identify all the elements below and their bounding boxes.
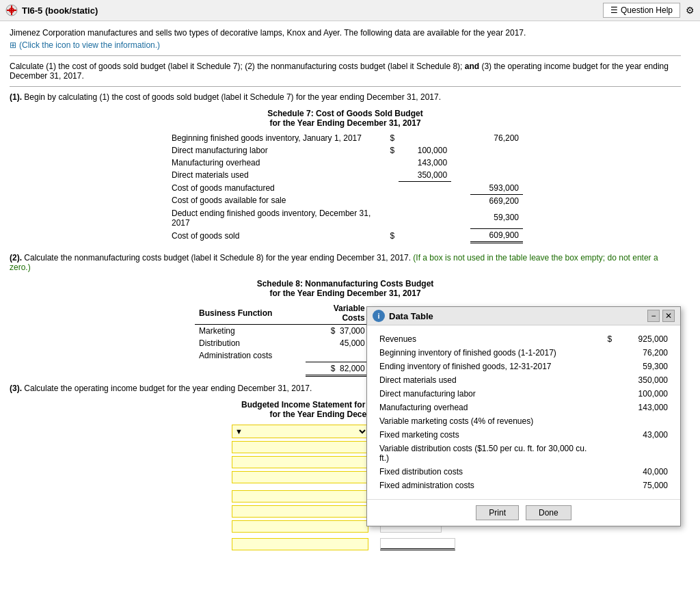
separator-1: [10, 55, 681, 56]
income-select-1[interactable]: ▼: [232, 425, 368, 438]
row-total: [470, 157, 523, 169]
data-table-modal: i Data Table − ✕ Revenues $ 925,000: [366, 306, 681, 526]
col-header-biz: Business Function: [195, 302, 306, 325]
dt-label: Direct materials used: [377, 373, 601, 387]
table-row: Direct materials used 350,000: [167, 169, 523, 182]
row-total: 593,000: [470, 182, 523, 195]
dt-label: Revenues: [377, 332, 601, 346]
dt-value: 40,000: [615, 465, 671, 479]
dt-dollar: [601, 479, 615, 492]
input-cell[interactable]: [229, 504, 377, 519]
row-amount1: [399, 194, 451, 207]
biz-cell: Administration costs: [195, 349, 306, 362]
dt-label: Variable marketing costs (4% of revenues…: [377, 414, 601, 428]
row-amount1: [399, 207, 451, 229]
biz-cell: Marketing: [195, 325, 306, 338]
dt-value: [615, 414, 671, 428]
part2-label: (2).: [10, 253, 22, 263]
row-total: 59,300: [470, 207, 523, 229]
row-dollar1: [379, 157, 399, 169]
var-cell: 45,000: [306, 337, 369, 349]
income-input-6[interactable]: [232, 505, 368, 518]
input-cell[interactable]: [229, 519, 377, 534]
row-label: Direct manufacturing labor: [167, 144, 379, 157]
input-cell[interactable]: [229, 440, 377, 455]
dt-label: Ending inventory of finished goods, 12-3…: [377, 360, 601, 373]
row-label: Beginning finished goods inventory, Janu…: [167, 132, 379, 144]
row-dollar2: [451, 144, 470, 157]
input-cell[interactable]: [229, 489, 377, 504]
part3-text: Calculate the operating income budget fo…: [24, 384, 312, 393]
input-cell[interactable]: [377, 537, 461, 552]
row-amount1: [399, 132, 451, 144]
modal-close-button[interactable]: ✕: [662, 310, 675, 322]
income-input-8[interactable]: [232, 538, 368, 550]
separator-2: [10, 86, 681, 87]
modal-minimize-button[interactable]: −: [647, 310, 660, 322]
schedule8-title-block: Schedule 8: Nonmanufacturing Costs Budge…: [10, 279, 681, 298]
var-cell: [306, 349, 369, 362]
schedule8-subtitle: for the Year Ending December 31, 2017: [10, 289, 681, 298]
question-help-button[interactable]: ☰ Question Help: [603, 3, 680, 18]
title-bar-left: TI6-5 (book/static): [5, 4, 98, 16]
row-dollar2: [451, 194, 470, 207]
row-dollar1: $: [379, 144, 399, 157]
table-row: Manufacturing overhead 143,000: [167, 157, 523, 169]
row-label: Manufacturing overhead: [167, 157, 379, 169]
modal-body: Revenues $ 925,000 Beginning inventory o…: [367, 325, 680, 499]
row-dollar1: $: [379, 229, 399, 243]
row-dollar1: [379, 169, 399, 182]
gear-icon[interactable]: ⚙: [686, 5, 695, 16]
row-dollar2: [451, 169, 470, 182]
income-input-2[interactable]: [232, 441, 368, 453]
table-row: Variable distribution costs ($1.50 per c…: [377, 442, 671, 465]
row-total: 609,900: [470, 229, 523, 243]
row-dollar2: [451, 157, 470, 169]
modal-controls[interactable]: − ✕: [647, 310, 675, 322]
row-label: Cost of goods manufactured: [167, 182, 379, 195]
modal-footer: Print Done: [367, 499, 680, 526]
input-cell[interactable]: [229, 455, 377, 470]
row-total: 76,200: [470, 132, 523, 144]
dt-value: 143,000: [615, 401, 671, 414]
modal-title: Data Table: [389, 311, 433, 321]
dt-dollar: $: [601, 332, 615, 346]
dt-value: 59,300: [615, 360, 671, 373]
table-row: Manufacturing overhead 143,000: [377, 401, 671, 414]
dt-dollar: [601, 387, 615, 401]
income-input-7[interactable]: [232, 520, 368, 533]
main-content: Jimenez Corporation manufactures and sel…: [0, 21, 690, 559]
row-dollar1: [379, 194, 399, 207]
income-input-5[interactable]: [232, 490, 368, 503]
click-icon-link[interactable]: ⊞ (Click the icon to view the informatio…: [10, 40, 681, 50]
income-input-3[interactable]: [232, 456, 368, 468]
row-dollar2: [451, 182, 470, 195]
row-amount1: [399, 182, 451, 195]
table-row: Fixed administration costs 75,000: [377, 479, 671, 492]
question-help-label: Question Help: [621, 5, 673, 15]
click-icon-text: (Click the icon to view the information.…: [19, 40, 160, 50]
table-row: Direct manufacturing labor $ 100,000: [167, 144, 523, 157]
and-text: and: [465, 62, 479, 71]
row-dollar1: [379, 207, 399, 229]
row-dollar2: [451, 132, 470, 144]
print-button[interactable]: Print: [476, 505, 519, 520]
table-row: Beginning inventory of finished goods (1…: [377, 346, 671, 360]
table-row: Cost of goods sold $ 609,900: [167, 229, 523, 243]
row-dollar2: [451, 229, 470, 243]
schedule8-title: Schedule 8: Nonmanufacturing Costs Budge…: [10, 279, 681, 289]
col-header-var: Variable Costs: [306, 302, 369, 325]
input-cell[interactable]: ▼: [229, 423, 377, 440]
income-input-4[interactable]: [232, 471, 368, 483]
done-button[interactable]: Done: [526, 505, 571, 520]
input-cell[interactable]: [229, 537, 377, 552]
input-cell[interactable]: [229, 470, 377, 485]
income-input-8b[interactable]: [380, 538, 455, 550]
title-bar: TI6-5 (book/static) ☰ Question Help ⚙: [0, 0, 700, 21]
table-row: Cost of goods available for sale 669,200: [167, 194, 523, 207]
schedule7-title: Schedule 7: Cost of Goods Sold Budget: [10, 109, 681, 118]
list-icon: ☰: [610, 5, 618, 15]
table-row: Deduct ending finished goods inventory, …: [167, 207, 523, 229]
part2-text: Calculate the nonmanufacturing costs bud…: [24, 253, 413, 263]
dt-value: 43,000: [615, 428, 671, 442]
